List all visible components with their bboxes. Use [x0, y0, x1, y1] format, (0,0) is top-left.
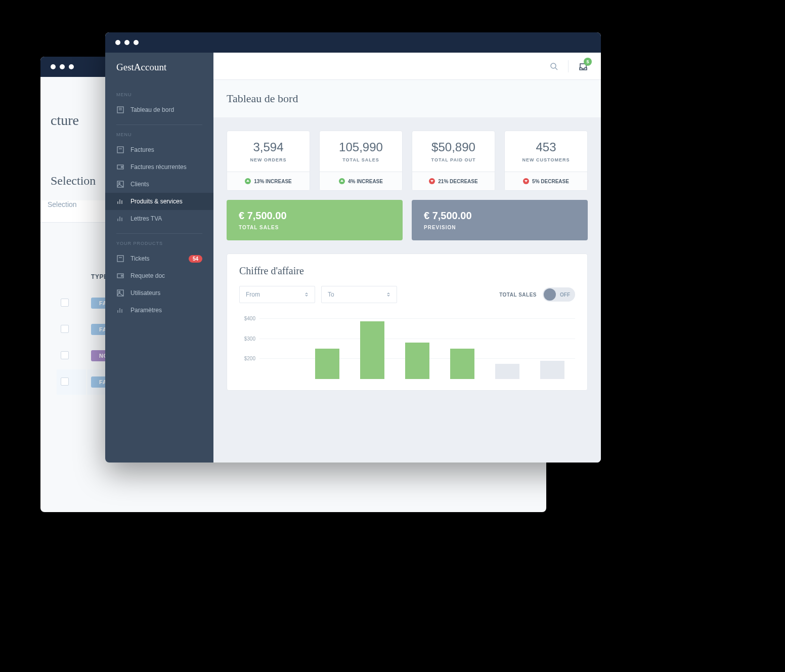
stat-card-orders: 3,594 NEW ORDERS 13% INCREASE [227, 131, 310, 191]
image-icon [116, 180, 124, 188]
sidebar-item-tickets[interactable]: Tickets 54 [105, 250, 213, 267]
separator [568, 60, 569, 72]
toggle-switch[interactable]: OFF [543, 287, 575, 302]
stat-card-sales: 105,990 TOTAL SALES 4% INCREASE [319, 131, 403, 191]
chart-bar [315, 349, 339, 379]
summary-label: TOTAL SALES [239, 225, 390, 230]
svg-point-6 [121, 166, 123, 168]
chart-icon [116, 197, 124, 205]
toggle-value: OFF [560, 292, 570, 298]
sidebar-item-label: Requete doc [130, 272, 202, 279]
menu-separator [116, 233, 202, 234]
from-select[interactable]: From [239, 286, 315, 303]
row-checkbox[interactable] [61, 351, 69, 359]
window-dot[interactable] [51, 64, 56, 69]
stat-label: NEW CUSTOMERS [510, 157, 582, 162]
selection-dropdown-value: Selection [48, 200, 77, 208]
window-dot[interactable] [124, 40, 129, 45]
sidebar-item-label: Produits & services [130, 198, 202, 205]
menu-section-label: MENU [105, 132, 213, 137]
ytick: $400 [244, 316, 255, 321]
window-dot[interactable] [60, 64, 65, 69]
sidebar-item-vat[interactable]: Lettres TVA [105, 210, 213, 227]
menu-section-label: MENU [105, 92, 213, 97]
notification-button[interactable]: 5 [579, 62, 588, 71]
sidebar-item-products[interactable]: Produits & services [105, 193, 213, 210]
svg-rect-15 [117, 256, 123, 262]
sidebar-item-dashboard[interactable]: Tableau de bord [105, 101, 213, 118]
sidebar-item-label: Clients [130, 181, 202, 188]
toggle-label: TOTAL SALES [499, 292, 537, 298]
to-label: To [328, 291, 334, 298]
ytick: $300 [244, 335, 255, 341]
to-select[interactable]: To [321, 286, 397, 303]
image-icon [116, 289, 124, 297]
chart-bar [405, 343, 429, 379]
svg-point-8 [119, 183, 120, 184]
stat-card-customers: 453 NEW CUSTOMERS 5% DECREASE [504, 131, 588, 191]
summary-card-total: € 7,500.00 TOTAL SALES [227, 200, 403, 240]
sidebar-item-label: Factures [130, 146, 202, 153]
row-checkbox[interactable] [61, 377, 69, 386]
summary-value: € 7,500.00 [424, 210, 576, 222]
window-dot[interactable] [69, 64, 74, 69]
summary-cards-row: € 7,500.00 TOTAL SALES € 7,500.00 PREVIS… [213, 191, 601, 240]
doc-icon [116, 146, 124, 154]
page-header: Tableau de bord [213, 80, 601, 117]
svg-point-20 [119, 291, 120, 293]
chart-bars [265, 318, 570, 379]
stat-label: TOTAL PAID OUT [417, 157, 490, 162]
sidebar-item-recurring[interactable]: Factures récurrentes [105, 158, 213, 176]
chart-bar [450, 349, 474, 379]
trend-down-icon [429, 178, 435, 184]
main-content: 5 Tableau de bord 3,594 NEW ORDERS 13% I… [213, 53, 601, 463]
svg-line-25 [555, 68, 557, 70]
chart-icon [116, 215, 124, 223]
row-checkbox[interactable] [61, 299, 69, 307]
sidebar-item-label: Factures récurrentes [130, 163, 202, 171]
sidebar-item-settings[interactable]: Paramètres [105, 302, 213, 319]
stat-value: 3,594 [232, 140, 304, 154]
sidebar-item-label: Tickets [130, 255, 183, 262]
stat-value: 105,990 [325, 140, 397, 154]
svg-point-24 [551, 63, 556, 68]
chart-icon [116, 306, 124, 314]
sidebar-item-clients[interactable]: Clients [105, 176, 213, 193]
dashboard-icon [116, 106, 124, 114]
chart-title: Chiffre d'affaire [239, 265, 575, 277]
summary-card-prevision: € 7,500.00 PREVISION [412, 200, 588, 240]
page-title: Tableau de bord [227, 92, 588, 105]
chart-bar [540, 361, 564, 379]
titlebar-front [105, 32, 601, 53]
recurring-icon [116, 272, 124, 280]
toggle-knob [544, 288, 556, 301]
chart-bar [360, 321, 384, 379]
chart-bar [495, 364, 519, 379]
stat-cards-row: 3,594 NEW ORDERS 13% INCREASE 105,990 TO… [213, 117, 601, 191]
sidebar-item-users[interactable]: Utilisateurs [105, 284, 213, 302]
sidebar-item-label: Utilisateurs [130, 289, 202, 297]
sidebar-item-invoices[interactable]: Factures [105, 141, 213, 158]
stat-trend: 4% INCREASE [348, 179, 383, 184]
window-dot[interactable] [134, 40, 139, 45]
stat-value: $50,890 [417, 140, 490, 154]
search-icon[interactable] [550, 62, 558, 70]
recurring-icon [116, 163, 124, 171]
doc-icon [116, 255, 124, 263]
badge-count: 54 [189, 255, 202, 263]
stat-card-paidout: $50,890 TOTAL PAID OUT 21% DECREASE [412, 131, 495, 191]
stat-value: 453 [510, 140, 582, 154]
sidebar: GestAccount MENU Tableau de bord MENU Fa… [105, 53, 213, 463]
trend-down-icon [523, 178, 529, 184]
from-label: From [246, 291, 260, 298]
sidebar-item-requests[interactable]: Requete doc [105, 267, 213, 284]
stat-label: TOTAL SALES [325, 157, 397, 162]
summary-label: PREVISION [424, 225, 576, 230]
svg-rect-3 [117, 147, 123, 153]
row-checkbox[interactable] [61, 325, 69, 333]
stat-trend: 13% INCREASE [254, 179, 291, 184]
window-dot[interactable] [115, 40, 120, 45]
chart-controls: From To TOTAL SALES OFF [239, 286, 575, 303]
stat-trend: 5% DECREASE [532, 179, 569, 184]
topbar: 5 [213, 53, 601, 80]
